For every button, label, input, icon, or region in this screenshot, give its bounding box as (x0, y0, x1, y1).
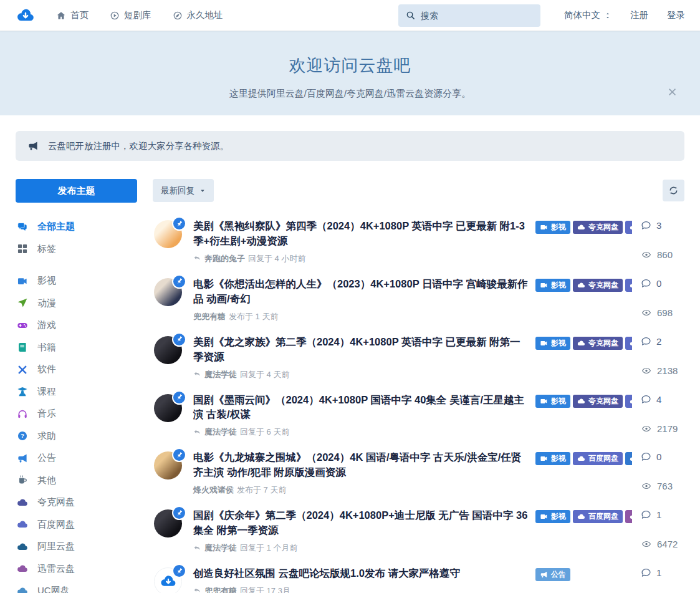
topic-row[interactable]: 电影《你想活出怎样的人生》（2023）4K+1080P 日语中字 宫崎骏最新作品… (153, 271, 684, 329)
bullhorn-icon (17, 453, 28, 464)
tag-百度网盘[interactable]: 百度网盘 (625, 221, 632, 234)
view-count: 2179 (641, 423, 684, 434)
topic-stats: 0698 (632, 277, 684, 318)
cloud-icon (16, 586, 29, 593)
video-icon (540, 397, 548, 405)
topic-row[interactable]: 国剧《墨雨云间》（2024）4K+1080P 国语中字 40集全 吴谨言/王星越… (153, 387, 684, 445)
topic-meta-user[interactable]: 兜兜有糖 (193, 311, 226, 322)
topic-meta-user[interactable]: 兜兜有糖 (204, 586, 237, 593)
topic-meta-user[interactable]: 魔法学徒 (204, 542, 237, 554)
tag-百度网盘[interactable]: 百度网盘 (573, 510, 623, 523)
cloud-download-icon (15, 7, 36, 24)
nav-item-0[interactable]: 首页 (56, 9, 89, 21)
tag-夸克网盘[interactable]: 夸克网盘 (573, 279, 623, 292)
topic-meta: 烽火戏诸侯发布于 7 天前 (193, 485, 529, 496)
topic-title[interactable]: 美剧《龙之家族》第二季（2024）4K+1080P 英语中字 已更最新 附第一季… (193, 335, 529, 365)
sidebar-item-音乐[interactable]: 音乐 (16, 403, 137, 425)
tag-迅雷云盘[interactable]: 迅雷云盘 (625, 510, 632, 523)
sidebar-item-其他[interactable]: 其他 (16, 470, 137, 492)
tag-百度网盘[interactable]: 百度网盘 (625, 337, 632, 350)
comment-outline-icon (641, 509, 651, 520)
comment-count[interactable]: 1 (641, 509, 684, 520)
sidebar-item-夸克网盘[interactable]: 夸克网盘 (16, 491, 137, 514)
eye-icon (641, 308, 652, 317)
topic-tags: 影视夸克网盘百度网盘 (535, 335, 632, 351)
paper-plane-icon (17, 297, 28, 309)
video-icon (16, 276, 29, 287)
topic-meta-user[interactable]: 烽火戏诸侯 (193, 485, 234, 496)
avatar (154, 336, 184, 366)
tag-夸克网盘[interactable]: 夸克网盘 (573, 221, 623, 234)
cloud-icon (16, 563, 29, 574)
topic-meta-user[interactable]: 奔跑的兔子 (204, 253, 245, 264)
topic-row[interactable]: 美剧《黑袍纠察队》第四季（2024）4K+1080P 英语中字 已更最新 附1-… (153, 213, 684, 271)
topic-title[interactable]: 国剧《墨雨云间》（2024）4K+1080P 国语中字 40集全 吴谨言/王星越… (193, 393, 529, 423)
view-count: 860 (641, 249, 684, 260)
topic-title[interactable]: 电影《九龙城寨之围城》（2024）4K 国语/粤语中字 古天乐/洪金宝/任贤齐主… (193, 450, 529, 480)
tag-夸克网盘[interactable]: 夸克网盘 (573, 337, 623, 350)
comment-count[interactable]: 2 (641, 336, 684, 347)
video-icon (540, 223, 548, 231)
register-link[interactable]: 注册 (630, 9, 648, 21)
tag-百度网盘[interactable]: 百度网盘 (573, 452, 623, 465)
sort-dropdown[interactable]: 最新回复 (153, 179, 214, 202)
tag-阿里云盘[interactable]: 阿里云盘 (625, 452, 632, 465)
sidebar-item-游戏[interactable]: 游戏 (16, 314, 137, 337)
tag-影视[interactable]: 影视 (535, 395, 570, 408)
tag-百度网盘[interactable]: 百度网盘 (625, 395, 632, 408)
sidebar-item-书籍[interactable]: 书籍 (16, 337, 137, 359)
sidebar-item-迅雷云盘[interactable]: 迅雷云盘 (16, 558, 137, 581)
hero-close-button[interactable] (665, 85, 679, 99)
sidebar-item-动漫[interactable]: 动漫 (16, 292, 137, 315)
topic-meta-user[interactable]: 魔法学徒 (204, 427, 237, 438)
topic-title[interactable]: 美剧《黑袍纠察队》第四季（2024）4K+1080P 英语中字 已更最新 附1-… (193, 219, 529, 249)
topic-title[interactable]: 国剧《庆余年》第二季（2024）4K+1080P+迪士尼版 无广告 国语中字 3… (193, 508, 529, 538)
language-selector[interactable]: 简体中文 (564, 9, 611, 21)
sidebar-item-全部主题[interactable]: 全部主题 (16, 216, 137, 238)
tag-影视[interactable]: 影视 (535, 510, 570, 523)
comment-count[interactable]: 1 (641, 567, 684, 578)
topic-title[interactable]: 创造良好社区氛围 云盘吧论坛版规1.0发布 请大家严格遵守 (193, 566, 529, 581)
search-input[interactable] (421, 11, 520, 21)
cloud-icon (577, 455, 585, 463)
sidebar-item-label: 影视 (37, 275, 56, 287)
sidebar-item-标签[interactable]: 标签 (16, 238, 137, 261)
login-link[interactable]: 登录 (667, 9, 685, 21)
nav-item-2[interactable]: 永久地址 (173, 9, 223, 21)
tag-夸克网盘[interactable]: 夸克网盘 (573, 395, 623, 408)
comment-count[interactable]: 4 (641, 394, 684, 405)
sidebar-item-课程[interactable]: 课程 (16, 381, 137, 403)
refresh-button[interactable] (663, 180, 684, 201)
sidebar-item-求助[interactable]: 求助 (16, 425, 137, 448)
comment-count[interactable]: 3 (641, 220, 684, 231)
topic-meta-user[interactable]: 魔法学徒 (204, 369, 237, 380)
topic-meta: 魔法学徒回复于 4 天前 (193, 369, 529, 380)
sidebar-item-影视[interactable]: 影视 (16, 270, 137, 292)
topic-row[interactable]: 国剧《庆余年》第二季（2024）4K+1080P+迪士尼版 无广告 国语中字 3… (153, 502, 684, 560)
sidebar-item-阿里云盘[interactable]: 阿里云盘 (16, 536, 137, 558)
sidebar-item-百度网盘[interactable]: 百度网盘 (16, 514, 137, 536)
topic-main: 电影《九龙城寨之围城》（2024）4K 国语/粤语中字 古天乐/洪金宝/任贤齐主… (193, 450, 535, 496)
tag-公告[interactable]: 公告 (535, 568, 570, 581)
topic-row[interactable]: 美剧《龙之家族》第二季（2024）4K+1080P 英语中字 已更最新 附第一季… (153, 329, 684, 387)
topic-title[interactable]: 电影《你想活出怎样的人生》（2023）4K+1080P 日语中字 宫崎骏最新作品… (193, 277, 529, 307)
site-logo[interactable] (15, 6, 40, 25)
topic-row[interactable]: 创造良好社区氛围 云盘吧论坛版规1.0发布 请大家严格遵守兜兜有糖回复于 17 … (153, 560, 684, 593)
comment-count[interactable]: 0 (641, 278, 684, 289)
comment-count[interactable]: 0 (641, 451, 684, 462)
topic-row[interactable]: 电影《九龙城寨之围城》（2024）4K 国语/粤语中字 古天乐/洪金宝/任贤齐主… (153, 444, 684, 502)
tag-百度网盘[interactable]: 百度网盘 (625, 279, 632, 292)
new-topic-button[interactable]: 发布主题 (16, 179, 137, 203)
tag-影视[interactable]: 影视 (535, 337, 570, 350)
nav-item-1[interactable]: 短剧库 (110, 9, 151, 21)
bullhorn-icon (16, 453, 29, 464)
sidebar-item-软件[interactable]: 软件 (16, 359, 137, 381)
tag-label: 夸克网盘 (588, 222, 618, 233)
sidebar-item-公告[interactable]: 公告 (16, 447, 137, 470)
reply-icon (193, 254, 201, 263)
tag-影视[interactable]: 影视 (535, 279, 570, 292)
tag-影视[interactable]: 影视 (535, 221, 570, 234)
sidebar-item-UC网盘[interactable]: UC网盘 (16, 580, 137, 593)
tag-影视[interactable]: 影视 (535, 452, 570, 465)
search-box[interactable] (398, 4, 540, 27)
